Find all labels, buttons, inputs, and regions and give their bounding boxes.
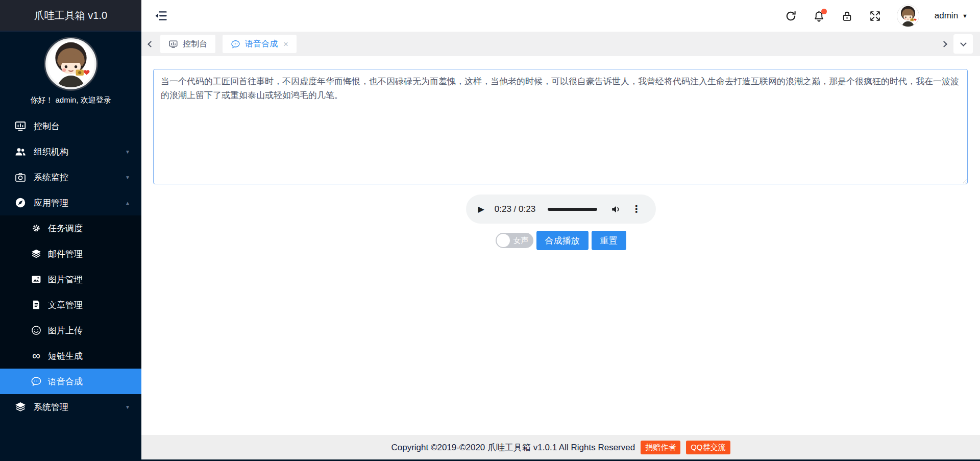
chevron-up-icon: ▲ bbox=[125, 200, 130, 206]
audio-time-display: 0:23 / 0:23 bbox=[495, 204, 535, 214]
layers-icon bbox=[31, 248, 42, 259]
sidebar-item-label: 短链生成 bbox=[48, 350, 83, 362]
chevron-down-icon: ▼ bbox=[125, 404, 130, 410]
dashboard-icon bbox=[168, 39, 178, 49]
volume-icon[interactable] bbox=[610, 204, 622, 215]
welcome-text: 你好！ admin, 欢迎登录 bbox=[0, 95, 141, 105]
audio-player: ▶ 0:23 / 0:23 ⋮ bbox=[466, 195, 656, 224]
speech-text-input[interactable]: 当一个代码的工匠回首往事时，不因虚度年华而悔恨，也不因碌碌无为而羞愧，这样，当他… bbox=[153, 69, 968, 184]
play-icon[interactable]: ▶ bbox=[478, 204, 484, 214]
user-avatar-large bbox=[45, 38, 96, 89]
close-tab-icon[interactable]: × bbox=[283, 40, 288, 48]
users-icon bbox=[14, 145, 27, 158]
collapse-sidebar-icon[interactable] bbox=[154, 9, 168, 23]
synthesize-play-button[interactable]: 合成播放 bbox=[536, 231, 589, 250]
sidebar-item-label: 文章管理 bbox=[48, 299, 83, 311]
sidebar-item-task-schedule[interactable]: 任务调度 bbox=[0, 215, 141, 241]
tabs-scroll-left-icon[interactable] bbox=[148, 41, 154, 47]
app-title: 爪哇工具箱 v1.0 bbox=[34, 9, 107, 22]
tab-label: 语音合成 bbox=[245, 39, 278, 50]
tabs-scroll-right-icon[interactable] bbox=[941, 41, 947, 47]
toggle-knob bbox=[497, 234, 510, 247]
avatar-image bbox=[897, 5, 919, 27]
sidebar-menu: 控制台 组织机构 ▼ 系统监控 ▼ bbox=[0, 113, 141, 420]
user-menu[interactable]: admin ▼ bbox=[935, 11, 968, 21]
tab-label: 控制台 bbox=[183, 39, 207, 50]
sidebar: 爪哇工具箱 v1.0 你好！ admin, 欢迎登录 控制台 bbox=[0, 0, 141, 461]
chevron-down-icon: ▼ bbox=[962, 13, 968, 19]
sidebar-item-label: 系统管理 bbox=[34, 401, 68, 413]
lock-screen-icon[interactable] bbox=[841, 10, 853, 22]
topbar: admin ▼ bbox=[141, 0, 980, 32]
layers-icon bbox=[14, 401, 27, 413]
speech-bubble-icon bbox=[31, 376, 42, 387]
sidebar-item-label: 图片管理 bbox=[48, 274, 83, 285]
synthesis-controls: 女声 合成播放 重置 bbox=[141, 231, 980, 250]
gear-icon bbox=[31, 223, 42, 234]
sidebar-item-system-manage[interactable]: 系统管理 ▼ bbox=[0, 394, 141, 420]
app-logo-bar: 爪哇工具箱 v1.0 bbox=[0, 0, 141, 32]
chevron-down-icon: ▼ bbox=[125, 175, 130, 180]
chevron-down-icon bbox=[960, 40, 967, 46]
sidebar-item-console[interactable]: 控制台 bbox=[0, 113, 141, 139]
username-text: admin bbox=[935, 11, 958, 21]
infinity-icon: ∞ bbox=[31, 350, 42, 361]
sidebar-item-short-link[interactable]: ∞ 短链生成 bbox=[0, 343, 141, 369]
sidebar-item-label: 控制台 bbox=[34, 120, 60, 132]
topbar-actions: admin ▼ bbox=[785, 5, 968, 27]
applications-submenu: 任务调度 邮件管理 bbox=[0, 215, 141, 394]
more-options-icon[interactable]: ⋮ bbox=[631, 203, 641, 215]
sidebar-item-applications[interactable]: 应用管理 ▲ bbox=[0, 190, 141, 215]
tab-console[interactable]: 控制台 bbox=[160, 35, 215, 53]
toggle-label: 女声 bbox=[513, 236, 529, 246]
compass-icon bbox=[14, 197, 27, 209]
sidebar-item-organization[interactable]: 组织机构 ▼ bbox=[0, 139, 141, 164]
sidebar-item-label: 系统监控 bbox=[34, 172, 68, 183]
refresh-icon[interactable] bbox=[785, 10, 797, 22]
chevron-down-icon: ▼ bbox=[125, 149, 130, 155]
avatar-image bbox=[47, 40, 94, 87]
reset-button[interactable]: 重置 bbox=[592, 231, 626, 250]
dashboard-icon bbox=[14, 120, 27, 132]
sidebar-item-monitor[interactable]: 系统监控 ▼ bbox=[0, 164, 141, 190]
main-column: admin ▼ 控制台 bbox=[141, 0, 980, 461]
sidebar-item-label: 任务调度 bbox=[48, 223, 83, 234]
footer: Copyright ©2019-©2020 爪哇工具箱 v1.0.1 All R… bbox=[141, 435, 980, 459]
sidebar-item-label: 应用管理 bbox=[34, 197, 68, 209]
camera-icon bbox=[14, 171, 27, 183]
sidebar-item-image-upload[interactable]: 图片上传 bbox=[0, 318, 141, 343]
document-icon bbox=[31, 299, 42, 310]
smiley-icon bbox=[31, 325, 42, 336]
sidebar-item-label: 邮件管理 bbox=[48, 248, 83, 260]
qq-group-button[interactable]: QQ群交流 bbox=[686, 441, 730, 454]
speech-bubble-icon bbox=[231, 39, 240, 49]
audio-player-row: ▶ 0:23 / 0:23 ⋮ bbox=[141, 195, 980, 224]
notifications-bell-icon[interactable] bbox=[813, 10, 825, 22]
tab-speech-synthesis[interactable]: 语音合成 × bbox=[223, 35, 297, 53]
sidebar-item-image-manage[interactable]: 图片管理 bbox=[0, 266, 141, 292]
sidebar-item-label: 语音合成 bbox=[48, 376, 83, 387]
tabbar: 控制台 语音合成 × bbox=[141, 32, 980, 56]
tabs-list-button[interactable] bbox=[953, 34, 973, 54]
donate-author-button[interactable]: 捐赠作者 bbox=[641, 441, 680, 454]
sidebar-item-speech-synthesis[interactable]: 语音合成 bbox=[0, 369, 141, 394]
user-avatar-small[interactable] bbox=[897, 5, 919, 27]
voice-gender-toggle[interactable]: 女声 bbox=[496, 233, 533, 248]
audio-progress-bar[interactable] bbox=[548, 208, 597, 211]
copyright-text: Copyright ©2019-©2020 爪哇工具箱 v1.0.1 All R… bbox=[391, 442, 635, 453]
sidebar-item-label: 组织机构 bbox=[34, 146, 68, 158]
sidebar-item-mail-manage[interactable]: 邮件管理 bbox=[0, 241, 141, 266]
sidebar-item-label: 图片上传 bbox=[48, 325, 83, 336]
image-icon bbox=[31, 274, 42, 285]
speech-synthesis-panel: 当一个代码的工匠回首往事时，不因虚度年华而悔恨，也不因碌碌无为而羞愧，这样，当他… bbox=[141, 56, 980, 435]
sidebar-item-article-manage[interactable]: 文章管理 bbox=[0, 292, 141, 318]
notification-badge bbox=[821, 9, 827, 14]
fullscreen-icon[interactable] bbox=[869, 10, 881, 22]
app-root: 爪哇工具箱 v1.0 你好！ admin, 欢迎登录 控制台 bbox=[0, 0, 980, 461]
